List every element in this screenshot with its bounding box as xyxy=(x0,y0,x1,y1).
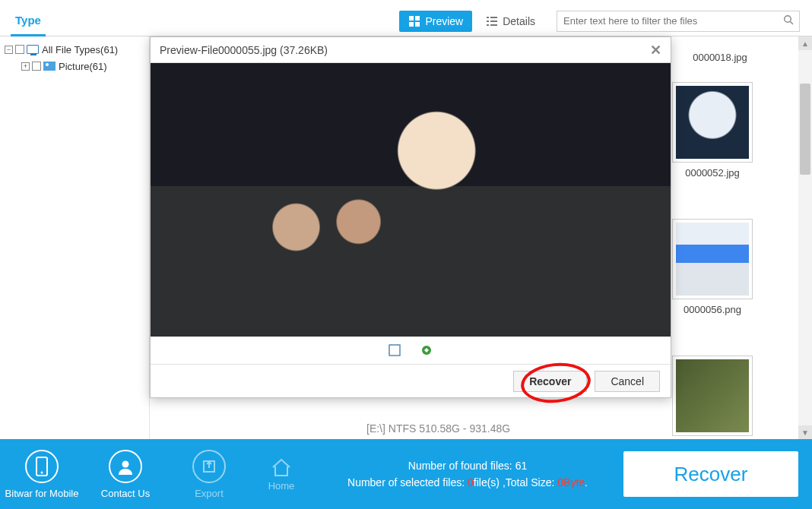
contact-us-label: Contact Us xyxy=(84,488,167,499)
selected-prefix: Number of selected files: xyxy=(347,476,468,488)
svg-rect-1 xyxy=(415,16,420,21)
recover-button[interactable]: Recover xyxy=(513,371,587,392)
svg-rect-4 xyxy=(487,17,489,18)
found-prefix: Number of found files: xyxy=(408,460,515,472)
monitor-icon xyxy=(27,45,39,54)
stats-text: Number of found files: 61 Number of sele… xyxy=(312,457,623,492)
thumbnail[interactable] xyxy=(672,219,753,299)
thumbnail[interactable] xyxy=(672,82,753,163)
checkbox[interactable] xyxy=(15,45,24,54)
svg-rect-9 xyxy=(490,24,497,26)
found-count: 61 xyxy=(515,460,528,472)
thumbnail[interactable] xyxy=(672,356,753,436)
preview-image xyxy=(151,63,671,337)
tree-root-label: All File Types(61) xyxy=(42,44,118,55)
svg-point-10 xyxy=(785,15,791,22)
expand-icon[interactable]: + xyxy=(21,62,30,71)
file-name: 0000018.jpg xyxy=(693,52,747,63)
svg-rect-2 xyxy=(409,22,414,27)
top-toolbar: Type Preview Details xyxy=(0,6,812,36)
svg-rect-0 xyxy=(409,16,414,21)
svg-line-11 xyxy=(790,21,793,24)
grid-item[interactable] xyxy=(667,356,758,439)
svg-rect-7 xyxy=(490,21,497,22)
status-line: [E:\] NTFS 510.58G - 931.48G xyxy=(366,422,510,435)
export-button[interactable]: Export xyxy=(167,450,251,499)
search-icon[interactable] xyxy=(778,14,799,28)
export-label: Export xyxy=(167,488,251,499)
filter-input[interactable] xyxy=(557,15,778,27)
period: . xyxy=(585,476,588,488)
contact-us-button[interactable]: Contact Us xyxy=(84,450,167,499)
checkbox[interactable] xyxy=(32,62,41,71)
bottom-bar: Bitwar for Mobile Contact Us Export Home… xyxy=(0,439,812,509)
person-icon xyxy=(109,450,142,483)
bitwar-mobile-label: Bitwar for Mobile xyxy=(0,488,84,499)
grid-item[interactable]: 0000052.jpg xyxy=(667,82,758,179)
grid-item[interactable]: 0000056.png xyxy=(667,219,758,315)
grid-item[interactable]: 0000018.jpg xyxy=(674,52,766,63)
rotate-icon[interactable] xyxy=(420,343,433,357)
svg-rect-6 xyxy=(487,21,489,22)
grid-icon xyxy=(408,15,420,27)
phone-icon xyxy=(25,450,59,483)
svg-rect-5 xyxy=(490,17,497,18)
selected-size: 0Byte xyxy=(557,476,585,488)
dialog-title: Preview-File0000055.jpg (37.26KB) xyxy=(160,44,328,56)
view-preview-label: Preview xyxy=(425,15,463,27)
file-name: 0000056.png xyxy=(684,304,741,315)
tree-child-label: Picture(61) xyxy=(59,61,107,72)
dialog-titlebar: Preview-File0000055.jpg (37.26KB) ✕ xyxy=(151,37,671,63)
close-icon[interactable]: ✕ xyxy=(650,42,661,58)
svg-point-16 xyxy=(122,460,129,467)
view-preview-button[interactable]: Preview xyxy=(399,11,472,32)
selected-files: 0 xyxy=(468,476,474,488)
list-icon xyxy=(486,15,498,27)
filter-box xyxy=(557,11,800,32)
scroll-thumb[interactable] xyxy=(800,84,810,175)
tree-root[interactable]: − All File Types(61) xyxy=(0,41,149,58)
view-details-label: Details xyxy=(503,15,535,27)
tree-child-picture[interactable]: + Picture(61) xyxy=(0,58,149,74)
svg-point-15 xyxy=(41,471,43,473)
home-button[interactable]: Home xyxy=(251,457,312,492)
export-icon xyxy=(192,450,226,483)
scroll-down-icon[interactable]: ▼ xyxy=(798,425,812,439)
preview-dialog: Preview-File0000055.jpg (37.26KB) ✕ Reco… xyxy=(150,36,671,398)
dialog-footer: Recover Cancel xyxy=(151,364,671,397)
recover-main-button[interactable]: Recover xyxy=(623,451,798,497)
fullscreen-icon[interactable] xyxy=(388,343,401,357)
cancel-button[interactable]: Cancel xyxy=(595,371,660,392)
dialog-tools xyxy=(151,337,671,364)
svg-rect-12 xyxy=(389,345,400,356)
home-icon xyxy=(270,457,293,478)
svg-rect-8 xyxy=(487,24,489,26)
bitwar-mobile-button[interactable]: Bitwar for Mobile xyxy=(0,450,84,499)
sidebar-tree: − All File Types(61) + Picture(61) xyxy=(0,36,150,439)
file-name: 0000052.jpg xyxy=(685,167,740,179)
scroll-up-icon[interactable]: ▲ xyxy=(798,36,812,50)
collapse-icon[interactable]: − xyxy=(5,46,13,54)
home-label: Home xyxy=(251,480,312,492)
view-details-button[interactable]: Details xyxy=(477,11,544,32)
scrollbar[interactable]: ▲ ▼ xyxy=(798,36,812,439)
selected-mid: file(s) ,Total Size: xyxy=(474,476,557,488)
tab-type[interactable]: Type xyxy=(11,6,46,36)
picture-icon xyxy=(43,62,56,71)
svg-rect-3 xyxy=(415,22,420,27)
